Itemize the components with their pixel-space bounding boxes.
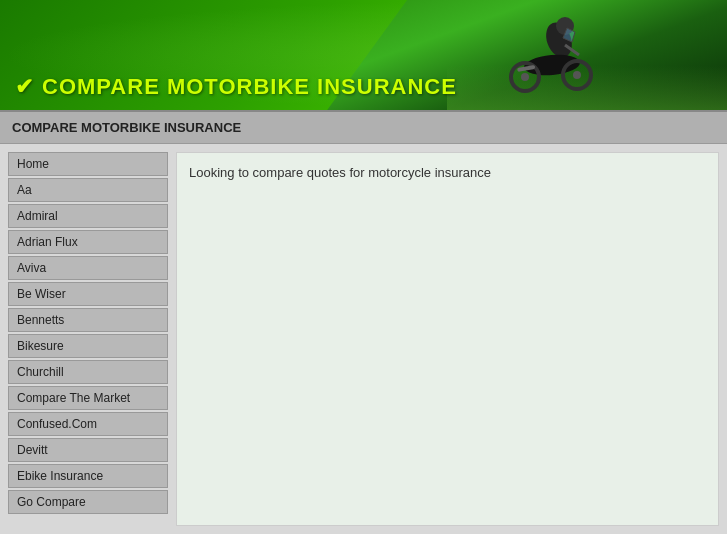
content-intro-text: Looking to compare quotes for motorcycle… [189, 165, 706, 180]
sidebar-item-adrian-flux[interactable]: Adrian Flux [8, 230, 168, 254]
sidebar-item-confused-com[interactable]: Confused.Com [8, 412, 168, 436]
sidebar-item-be-wiser[interactable]: Be Wiser [8, 282, 168, 306]
sidebar-item-devitt[interactable]: Devitt [8, 438, 168, 462]
page-title-bar: COMPARE MOTORBIKE INSURANCE [0, 110, 727, 144]
sidebar-item-compare-the-market[interactable]: Compare The Market [8, 386, 168, 410]
header-title-text: COMPARE MOTORBIKE INSURANCE [42, 74, 457, 100]
sidebar-item-bennetts[interactable]: Bennetts [8, 308, 168, 332]
sidebar-item-ebike-insurance[interactable]: Ebike Insurance [8, 464, 168, 488]
page-title-text: COMPARE MOTORBIKE INSURANCE [12, 120, 241, 135]
svg-point-4 [573, 71, 581, 79]
svg-point-6 [521, 73, 529, 81]
header-title-icon: ✔ [15, 74, 34, 100]
main-content: Home Aa Admiral Adrian Flux Aviva Be Wis… [0, 144, 727, 534]
sidebar-item-home[interactable]: Home [8, 152, 168, 176]
sidebar: Home Aa Admiral Adrian Flux Aviva Be Wis… [8, 152, 168, 526]
sidebar-item-admiral[interactable]: Admiral [8, 204, 168, 228]
header-banner: ✔ COMPARE MOTORBIKE INSURANCE [0, 0, 727, 110]
sidebar-item-aa[interactable]: Aa [8, 178, 168, 202]
sidebar-item-churchill[interactable]: Churchill [8, 360, 168, 384]
sidebar-item-aviva[interactable]: Aviva [8, 256, 168, 280]
header-title: ✔ COMPARE MOTORBIKE INSURANCE [15, 74, 457, 100]
sidebar-item-go-compare[interactable]: Go Compare [8, 490, 168, 514]
sidebar-item-bikesure[interactable]: Bikesure [8, 334, 168, 358]
content-area: Looking to compare quotes for motorcycle… [176, 152, 719, 526]
motorcycle-image [487, 10, 607, 95]
